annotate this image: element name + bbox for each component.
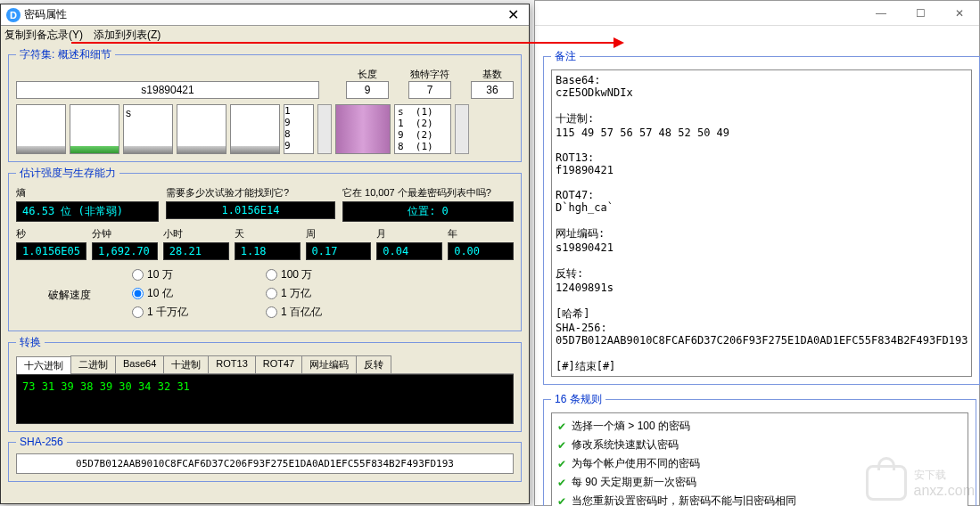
speed-option[interactable]: 1 千万亿 [132, 305, 266, 320]
maximize-button[interactable]: ☐ [901, 1, 940, 26]
tab-ROT47[interactable]: ROT47 [255, 355, 302, 373]
entropy-value: 46.53 位 (非常弱) [16, 201, 159, 222]
scrollbar-2[interactable] [455, 104, 469, 154]
tab-ROT13[interactable]: ROT13 [208, 355, 255, 373]
unit-label-min: 分钟 [92, 227, 158, 241]
unit-label-day: 天 [235, 227, 301, 241]
charset-box-3: s [123, 104, 173, 154]
unit-label-wk: 周 [306, 227, 372, 241]
annotation-arrow [71, 42, 615, 44]
check-icon: ✔ [557, 439, 566, 452]
unit-value-day: 1.18 [235, 242, 301, 260]
speed-option[interactable]: 10 万 [132, 267, 266, 282]
charset-box-5 [230, 104, 280, 154]
convert-legend: 转换 [16, 335, 45, 350]
unit-value-sec: 1.0156E05 [16, 242, 86, 260]
unit-label-yr: 年 [448, 227, 514, 241]
sha-legend: SHA-256 [16, 436, 67, 448]
speed-option[interactable]: 1 百亿亿 [266, 305, 399, 320]
spectrum-box [335, 104, 391, 154]
char-count-list[interactable]: s (1) 1 (2) 9 (2) 8 (1) 0 (1) [394, 104, 451, 154]
unit-label-hr: 小时 [163, 227, 229, 241]
menu-add-to-list[interactable]: 添加到列表(Z) [94, 28, 161, 43]
tab-Base64[interactable]: Base64 [115, 355, 164, 373]
length-value: 9 [346, 81, 389, 99]
remarks-legend: 备注 [551, 49, 580, 64]
password-display[interactable]: s19890421 [16, 81, 319, 99]
sha-fieldset: SHA-256 05D7B012AAB9010C8FCAF6D37C206F93… [8, 436, 522, 482]
unique-value: 7 [408, 81, 451, 99]
unit-value-min: 1,692.70 [92, 242, 158, 260]
dialog-title: 密码属性 [24, 7, 502, 22]
check-icon: ✔ [557, 477, 566, 489]
tries-label: 需要多少次试验才能找到它? [166, 186, 335, 200]
tab-二进制[interactable]: 二进制 [70, 355, 116, 373]
dialog-menubar: 复制到备忘录(Y) 添加到列表(Z) [1, 26, 529, 44]
charset-box-1 [16, 104, 66, 154]
charset-legend: 字符集: 概述和细节 [16, 47, 115, 62]
check-icon: ✔ [557, 495, 566, 507]
rule-item: ✔修改系统快速默认密码 [557, 437, 962, 453]
tab-网址编码[interactable]: 网址编码 [301, 355, 357, 373]
charset-fieldset: 字符集: 概述和细节 s19890421 长度 9 独特字符 7 基数 [8, 47, 522, 162]
speed-option[interactable]: 10 亿 [132, 286, 266, 301]
remarks-textarea[interactable]: Base64: czE5ODkwNDIx 十进制: 115 49 57 56 5… [551, 69, 972, 377]
strength-fieldset: 估计强度与生存能力 熵 46.53 位 (非常弱) 需要多少次试验才能找到它? … [8, 166, 522, 331]
tab-十进制[interactable]: 十进制 [163, 355, 209, 373]
tab-反转[interactable]: 反转 [356, 355, 391, 373]
unit-value-yr: 0.00 [448, 242, 514, 260]
tab-十六进制[interactable]: 十六进制 [16, 356, 71, 374]
close-button[interactable]: ✕ [940, 1, 979, 26]
rule-item: ✔当您重新设置密码时，新密码不能与旧密码相同 [557, 494, 962, 506]
scrollbar-1[interactable] [317, 104, 332, 154]
remarks-fieldset: 备注 Base64: czE5ODkwNDIx 十进制: 115 49 57 5… [543, 49, 980, 385]
rule-item: ✔为每个帐户使用不同的密码 [557, 456, 962, 471]
app-icon: D [6, 8, 21, 22]
unit-value-mo: 0.04 [376, 242, 442, 260]
convert-fieldset: 转换 十六进制二进制Base64十进制ROT13ROT47网址编码反转 73 3… [8, 335, 522, 432]
convert-output[interactable]: 73 31 39 38 39 30 34 32 31 [16, 374, 514, 424]
bg-titlebar: — ☐ ✕ [535, 1, 979, 26]
strength-legend: 估计强度与生存能力 [16, 166, 119, 181]
unit-label-mo: 月 [376, 227, 442, 241]
speed-label: 破解速度 [16, 288, 123, 303]
speed-option[interactable]: 1 万亿 [266, 286, 399, 301]
unit-label-sec: 秒 [16, 227, 86, 241]
sha-value[interactable]: 05D7B012AAB9010C8FCAF6D37C206F93F275E1DA… [16, 453, 514, 474]
rules-fieldset: 16 条规则 ✔选择一个熵 > 100 的密码✔修改系统快速默认密码✔为每个帐户… [543, 392, 976, 506]
rule-item: ✔选择一个熵 > 100 的密码 [557, 419, 962, 434]
dialog-titlebar[interactable]: D 密码属性 ✕ [1, 4, 529, 26]
charset-box-4 [177, 104, 226, 154]
tries-value: 1.0156E14 [166, 201, 335, 219]
speed-option[interactable]: 100 万 [266, 267, 399, 282]
minimize-button[interactable]: — [861, 1, 901, 26]
unit-value-wk: 0.17 [306, 242, 372, 260]
check-icon: ✔ [557, 458, 566, 470]
unit-value-hr: 28.21 [163, 242, 229, 260]
check-icon: ✔ [557, 420, 566, 433]
unique-label: 独特字符 [408, 68, 451, 81]
base-label: 基数 [471, 68, 514, 81]
right-panel: 备注 Base64: czE5ODkwNDIx 十进制: 115 49 57 5… [543, 49, 976, 502]
length-label: 长度 [346, 68, 389, 81]
base-value: 36 [471, 81, 514, 99]
password-properties-dialog: D 密码属性 ✕ 复制到备忘录(Y) 添加到列表(Z) 字符集: 概述和细节 s… [0, 4, 530, 504]
entropy-label: 熵 [16, 186, 159, 200]
rules-list[interactable]: ✔选择一个熵 > 100 的密码✔修改系统快速默认密码✔为每个帐户使用不同的密码… [551, 412, 968, 506]
close-icon[interactable]: ✕ [502, 6, 523, 23]
worst-label: 它在 10,007 个最差密码列表中吗? [342, 186, 514, 200]
charset-box-2 [70, 104, 119, 154]
digits-list[interactable]: 1 9 8 9 0 [284, 104, 314, 154]
menu-copy-to-memo[interactable]: 复制到备忘录(Y) [4, 28, 83, 43]
rule-item: ✔每 90 天定期更新一次密码 [557, 475, 962, 490]
rules-legend: 16 条规则 [551, 392, 605, 407]
worst-value: 位置: 0 [342, 201, 514, 222]
